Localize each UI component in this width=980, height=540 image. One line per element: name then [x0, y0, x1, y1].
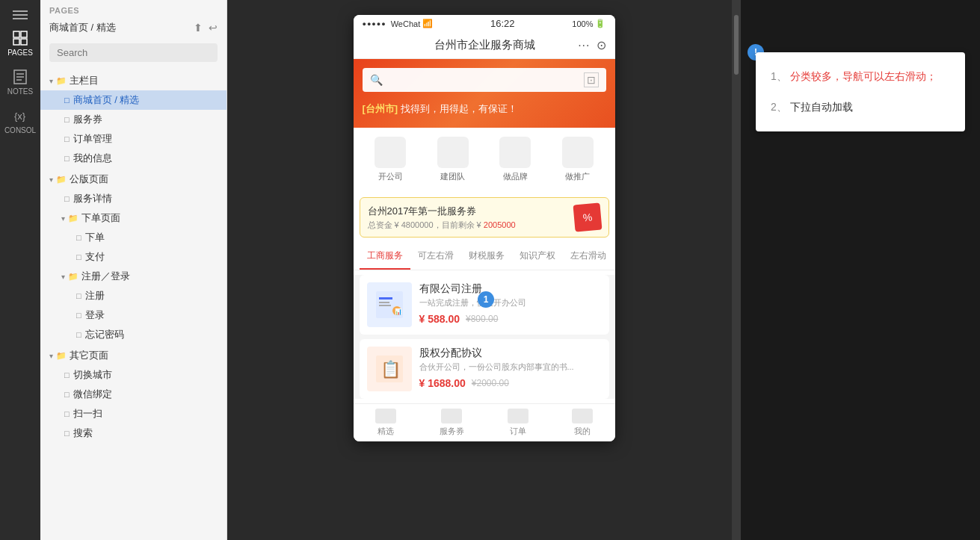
pages-tree: ▾ 📁 主栏目 □ 商城首页 / 精选 □ 服务券 □ 订单管理 □ 我的信息 — [40, 68, 226, 540]
note-panel: ! 1、 分类较多，导航可以左右滑动； 2、 下拉自动加载 — [741, 0, 980, 540]
page-icon: □ — [64, 370, 70, 379]
preview-scrollbar[interactable] — [732, 0, 741, 540]
product-info-2: 股权分配协议 合伙开公司，一份公司股东内部事宜的书... ¥ 1688.00 ¥… — [419, 347, 602, 391]
bottom-nav-featured[interactable]: 精选 — [375, 409, 396, 437]
product-image-2: 📋 — [367, 347, 412, 391]
pages-search-input[interactable] — [49, 43, 218, 62]
folder-other[interactable]: ▾ 📁 其它页面 — [40, 346, 226, 365]
product-price-original-2: ¥2000.00 — [472, 378, 509, 388]
chevron-icon: ▾ — [61, 273, 65, 281]
battery-icon: 🔋 — [595, 19, 605, 28]
page-item-register[interactable]: □ 注册 — [40, 286, 226, 305]
wechat-header-icons: ··· ⊙ — [578, 38, 605, 52]
tool-console[interactable]: {x} CONSOL — [0, 102, 40, 140]
tree-group-main: ▾ 📁 主栏目 □ 商城首页 / 精选 □ 服务券 □ 订单管理 □ 我的信息 — [40, 71, 226, 168]
folder-public[interactable]: ▾ 📁 公版页面 — [40, 170, 226, 189]
tab-slide[interactable]: 可左右滑 — [410, 243, 461, 270]
product-name-1: 有限公司注册 — [419, 282, 602, 296]
bottom-nav-mine[interactable]: 我的 — [572, 409, 593, 437]
tab-badge: 1 — [478, 291, 494, 308]
page-service-detail-label: 服务详情 — [73, 192, 112, 205]
note-text-2: 下拉自动加载 — [790, 98, 853, 117]
page-item-forgot[interactable]: □ 忘记密码 — [40, 325, 226, 344]
chevron-icon: ▾ — [49, 77, 53, 85]
tool-pages[interactable]: PAGES — [0, 24, 40, 63]
product-card-2[interactable]: 📋 股权分配协议 合伙开公司，一份公司股东内部事宜的书... ¥ 1688.00… — [360, 339, 609, 399]
page-item-orders[interactable]: □ 订单管理 — [40, 129, 226, 149]
note-item-2: 2、 下拉自动加载 — [771, 98, 950, 117]
tab-gongshang[interactable]: 工商服务 — [360, 243, 410, 270]
product-price-current-1: ¥ 588.00 — [419, 313, 460, 325]
svg-text:📋: 📋 — [380, 359, 401, 379]
tree-group-public: ▾ 📁 公版页面 □ 服务详情 ▾ 📁 下单页面 □ 下单 □ 支付 — [40, 170, 226, 344]
category-item[interactable]: 开公司 — [375, 137, 406, 182]
page-icon: □ — [76, 233, 81, 242]
bottom-nav-label-featured: 精选 — [377, 426, 394, 437]
folder-icon: 📁 — [56, 351, 67, 361]
bottom-nav-voucher[interactable]: 服务券 — [440, 409, 464, 437]
folder-order-label: 下单页面 — [81, 211, 120, 225]
voucher-amount: 2005000 — [484, 220, 516, 229]
page-item-pay[interactable]: □ 支付 — [40, 247, 226, 267]
scrollbar-thumb[interactable] — [734, 15, 739, 75]
tool-notes-label: NOTES — [7, 87, 33, 96]
page-profile-label: 我的信息 — [73, 152, 112, 165]
bottom-nav-label-voucher: 服务券 — [440, 426, 464, 437]
page-icon: □ — [64, 429, 70, 438]
bottom-nav-icon-order — [508, 409, 528, 423]
folder-register[interactable]: ▾ 📁 注册／登录 — [40, 267, 226, 286]
folder-main[interactable]: ▾ 📁 主栏目 — [40, 71, 226, 90]
page-wechat-bind-label: 微信绑定 — [73, 388, 112, 401]
page-item-home[interactable]: □ 商城首页 / 精选 — [40, 90, 226, 110]
page-search-label: 搜索 — [73, 426, 93, 440]
tool-notes[interactable]: NOTES — [0, 63, 40, 102]
category-item[interactable]: 建团队 — [437, 137, 469, 182]
chevron-icon: ▾ — [49, 352, 53, 360]
product-prices-1: ¥ 588.00 ¥800.00 — [419, 313, 602, 325]
folder-register-label: 注册／登录 — [81, 270, 130, 283]
settings-icon[interactable]: ↩ — [209, 22, 218, 34]
page-orders-label: 订单管理 — [73, 132, 112, 146]
status-time: 16:22 — [490, 18, 515, 29]
page-item-wechat-bind[interactable]: □ 微信绑定 — [40, 385, 226, 404]
page-order-label: 下单 — [85, 231, 105, 244]
folder-public-label: 公版页面 — [70, 173, 108, 186]
page-item-order[interactable]: □ 下单 — [40, 228, 226, 247]
page-item-voucher[interactable]: □ 服务券 — [40, 110, 226, 129]
tab-slide2[interactable]: 左右滑动 — [563, 243, 614, 270]
bottom-nav-order[interactable]: 订单 — [508, 409, 528, 437]
phone-categories: 开公司 建团队 做品牌 做推广 — [354, 128, 615, 191]
wechat-menu-icon[interactable]: ··· — [578, 39, 590, 52]
tab-caishui[interactable]: 财税服务 — [461, 243, 512, 270]
page-icon: □ — [76, 311, 81, 320]
note-text-1: 分类较多，导航可以左右滑动； — [790, 67, 937, 86]
page-icon: □ — [64, 115, 70, 124]
tab-zhishi[interactable]: 知识产权 — [512, 243, 563, 270]
product-price-current-2: ¥ 1688.00 — [419, 377, 466, 389]
category-item[interactable]: 做推广 — [562, 137, 594, 182]
page-city-label: 切换城市 — [73, 368, 112, 382]
wechat-title: 台州市企业服务商城 — [434, 38, 535, 52]
pages-header-label: PAGES — [40, 0, 226, 18]
page-item-scan[interactable]: □ 扫一扫 — [40, 404, 226, 423]
carrier-label: WeChat — [391, 19, 421, 28]
phone-voucher-banner[interactable]: 台州2017年第一批服务券 总资金 ¥ 4800000，目前剩余 ¥ 20050… — [360, 197, 609, 238]
barcode-icon: ⊡ — [584, 72, 599, 87]
note-item-1: 1、 分类较多，导航可以左右滑动； — [771, 67, 950, 86]
export-icon[interactable]: ⬆ — [194, 22, 203, 34]
page-item-service-detail[interactable]: □ 服务详情 — [40, 189, 226, 208]
wechat-camera-icon[interactable]: ⊙ — [597, 38, 606, 52]
category-item[interactable]: 做品牌 — [499, 137, 531, 182]
page-item-search[interactable]: □ 搜索 — [40, 423, 226, 443]
page-icon: □ — [76, 252, 81, 261]
page-item-profile[interactable]: □ 我的信息 — [40, 149, 226, 168]
folder-order[interactable]: ▾ 📁 下单页面 — [40, 208, 226, 228]
page-item-login[interactable]: □ 登录 — [40, 305, 226, 325]
folder-icon: 📁 — [56, 175, 67, 184]
page-home-label: 商城首页 / 精选 — [73, 93, 140, 107]
dropdown-button[interactable] — [0, 6, 40, 24]
phone-search-bar[interactable]: 🔍 ⊡ — [363, 68, 606, 92]
banner-tagline: 找得到，用得起，有保证！ — [401, 103, 517, 114]
svg-rect-0 — [13, 10, 28, 12]
page-item-city[interactable]: □ 切换城市 — [40, 365, 226, 385]
